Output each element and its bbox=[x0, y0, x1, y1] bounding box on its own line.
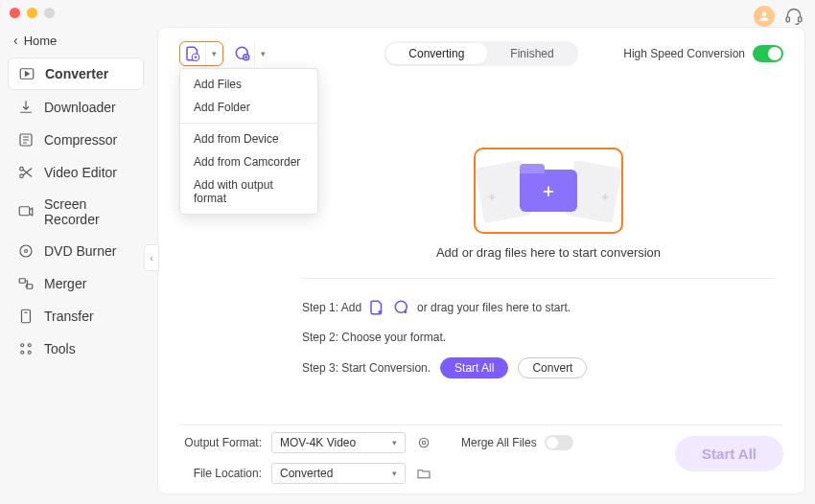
svg-rect-2 bbox=[799, 17, 802, 22]
menu-item-add-with-output-format[interactable]: Add with output format bbox=[180, 173, 317, 210]
file-location-select[interactable]: Converted ▾ bbox=[271, 463, 406, 484]
add-url-button-group: ▾ bbox=[231, 42, 271, 65]
plus-icon: ＋ bbox=[540, 179, 557, 202]
svg-point-16 bbox=[28, 351, 31, 354]
svg-point-0 bbox=[762, 11, 767, 16]
chevron-left-icon: ‹ bbox=[13, 33, 18, 48]
window-close-button[interactable] bbox=[10, 8, 20, 18]
headset-support-icon[interactable] bbox=[784, 7, 803, 26]
svg-point-21 bbox=[419, 438, 428, 447]
user-avatar[interactable] bbox=[754, 6, 775, 27]
add-url-dropdown-toggle[interactable]: ▾ bbox=[254, 42, 271, 65]
breadcrumb[interactable]: ‹ Home bbox=[0, 27, 151, 57]
divider bbox=[302, 278, 776, 279]
header-right bbox=[754, 6, 803, 27]
svg-point-14 bbox=[28, 344, 31, 347]
menu-item-add-files[interactable]: Add Files bbox=[180, 73, 317, 96]
output-settings-icon[interactable] bbox=[415, 434, 432, 451]
main-panel: ▾ ▾ Converting Finished High Speed Conve… bbox=[157, 27, 805, 494]
sidebar-item-label: Transfer bbox=[44, 309, 94, 324]
start-all-button[interactable]: Start All bbox=[675, 436, 783, 471]
high-speed-toggle[interactable] bbox=[753, 45, 783, 62]
output-format-select[interactable]: MOV-4K Video ▾ bbox=[271, 432, 406, 453]
add-file-button[interactable] bbox=[180, 42, 205, 65]
tab-converting[interactable]: Converting bbox=[385, 43, 487, 64]
add-file-button-group: ▾ bbox=[179, 41, 223, 66]
sidebar-item-label: Merger bbox=[44, 276, 86, 291]
sidebar-item-label: Downloader bbox=[44, 100, 116, 115]
converter-icon bbox=[18, 65, 35, 82]
file-plus-icon[interactable] bbox=[367, 298, 386, 317]
file-location-label: File Location: bbox=[179, 467, 262, 480]
sidebar-item-downloader[interactable]: Downloader bbox=[8, 92, 144, 123]
tab-finished[interactable]: Finished bbox=[487, 43, 576, 64]
step1-prefix: Step 1: Add bbox=[302, 301, 361, 314]
sparkle-icon: ✦ bbox=[600, 191, 610, 204]
open-folder-icon[interactable] bbox=[415, 465, 432, 482]
step1-suffix: or drag your files here to start. bbox=[417, 301, 570, 314]
chevron-down-icon: ▾ bbox=[392, 438, 397, 447]
sparkle-icon: ✦ bbox=[487, 191, 497, 204]
svg-rect-7 bbox=[19, 207, 30, 216]
sidebar-item-converter[interactable]: Converter bbox=[8, 57, 144, 90]
bottom-bar: Output Format: MOV-4K Video ▾ Merge All … bbox=[179, 424, 783, 482]
svg-point-8 bbox=[20, 245, 32, 257]
file-plus-icon bbox=[184, 45, 201, 62]
add-file-dropdown: Add Files Add Folder Add from Device Add… bbox=[179, 68, 318, 215]
sidebar-item-merger[interactable]: Merger bbox=[8, 268, 144, 299]
toolbar: ▾ ▾ Converting Finished High Speed Conve… bbox=[179, 39, 783, 68]
sidebar-nav: Converter Downloader Compressor Video Ed… bbox=[0, 57, 151, 364]
disc-icon bbox=[17, 242, 35, 260]
add-file-dropdown-toggle[interactable]: ▾ bbox=[205, 42, 222, 65]
start-all-pill-button[interactable]: Start All bbox=[440, 357, 508, 378]
svg-rect-12 bbox=[22, 309, 31, 323]
step3-prefix: Step 3: Start Conversion. bbox=[302, 361, 431, 375]
compressor-icon bbox=[17, 131, 35, 149]
window-controls bbox=[10, 8, 55, 18]
sidebar-item-label: Video Editor bbox=[44, 165, 117, 180]
file-dropzone[interactable]: ✦ ＋ ✦ bbox=[474, 148, 623, 234]
menu-item-add-from-camcorder[interactable]: Add from Camcorder bbox=[180, 150, 317, 173]
window-maximize-button[interactable] bbox=[44, 8, 55, 18]
scissors-icon bbox=[17, 164, 35, 181]
sidebar-item-screen-recorder[interactable]: Screen Recorder bbox=[8, 190, 144, 234]
convert-pill-button[interactable]: Convert bbox=[518, 357, 587, 378]
menu-item-add-folder[interactable]: Add Folder bbox=[180, 96, 317, 119]
sidebar-item-video-editor[interactable]: Video Editor bbox=[8, 157, 144, 188]
file-location-value: Converted bbox=[280, 467, 333, 480]
step-1: Step 1: Add or drag your files here to s… bbox=[302, 298, 776, 317]
sidebar-item-transfer[interactable]: Transfer bbox=[8, 301, 144, 332]
menu-item-add-from-device[interactable]: Add from Device bbox=[180, 127, 317, 150]
sidebar-item-label: Converter bbox=[45, 66, 108, 81]
file-location-row: File Location: Converted ▾ bbox=[179, 463, 573, 484]
tools-grid-icon bbox=[17, 340, 35, 357]
merge-label: Merge All Files bbox=[461, 436, 537, 449]
sidebar-collapse-handle[interactable]: ‹ bbox=[144, 244, 159, 271]
sidebar-item-label: Tools bbox=[44, 341, 76, 356]
sidebar-item-compressor[interactable]: Compressor bbox=[8, 125, 144, 155]
step-3: Step 3: Start Conversion. Start All Conv… bbox=[302, 357, 776, 378]
high-speed-label: High Speed Conversion bbox=[623, 47, 745, 60]
breadcrumb-label: Home bbox=[24, 34, 58, 48]
circle-plus-icon bbox=[234, 45, 251, 62]
bottom-left: Output Format: MOV-4K Video ▾ Merge All … bbox=[179, 424, 573, 484]
svg-point-13 bbox=[21, 344, 24, 347]
sidebar-item-label: Compressor bbox=[44, 132, 117, 148]
circle-plus-icon[interactable] bbox=[392, 298, 411, 317]
steps-guide: Step 1: Add or drag your files here to s… bbox=[302, 278, 776, 378]
merge-toggle[interactable] bbox=[545, 435, 573, 450]
svg-point-9 bbox=[25, 250, 28, 253]
sidebar-item-tools[interactable]: Tools bbox=[8, 333, 144, 364]
merge-all-files: Merge All Files bbox=[461, 435, 573, 450]
screen-recorder-icon bbox=[17, 203, 35, 220]
menu-separator bbox=[180, 123, 317, 124]
sidebar-item-dvd-burner[interactable]: DVD Burner bbox=[8, 236, 144, 266]
output-format-row: Output Format: MOV-4K Video ▾ Merge All … bbox=[179, 432, 573, 453]
window-minimize-button[interactable] bbox=[27, 8, 37, 18]
folder-icon: ＋ bbox=[520, 170, 577, 212]
add-url-button[interactable] bbox=[231, 42, 254, 65]
sidebar-item-label: Screen Recorder bbox=[44, 196, 134, 227]
step-2: Step 2: Choose your format. bbox=[302, 331, 776, 344]
toolbar-left: ▾ ▾ bbox=[179, 41, 271, 66]
toolbar-right: High Speed Conversion bbox=[623, 45, 783, 62]
